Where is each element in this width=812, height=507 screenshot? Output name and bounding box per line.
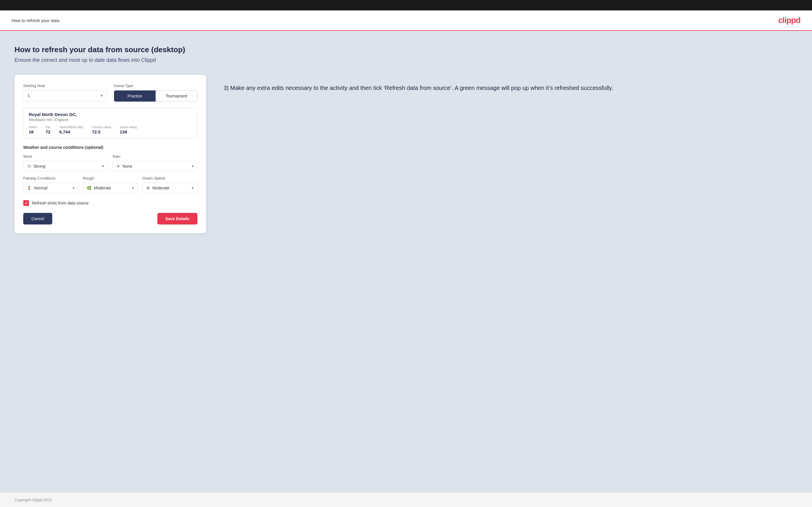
- wind-chevron-icon: ▼: [102, 164, 105, 168]
- holes-stat: Holes 18: [29, 125, 37, 134]
- par-stat: Par 72: [46, 125, 51, 134]
- fairway-dropdown[interactable]: 🏌 Normal ▼: [23, 183, 78, 193]
- rough-chevron-icon: ▼: [132, 186, 135, 190]
- header-title: How to refresh your data: [12, 18, 59, 23]
- game-type-toggle: Practice Tournament: [114, 90, 197, 102]
- refresh-checkbox-row: ✓ Refresh shots from data source: [23, 200, 197, 206]
- wind-label: Wind: [23, 154, 108, 159]
- holes-value: 18: [29, 129, 37, 134]
- rain-dropdown[interactable]: ☀ None ▼: [113, 161, 197, 171]
- course-location: Westward Ho!, England: [29, 117, 192, 122]
- yards-value: 6,744: [59, 129, 83, 134]
- form-actions: Cancel Save Details: [23, 213, 197, 225]
- starting-hole-select-wrapper[interactable]: 1 ▼: [23, 90, 107, 101]
- green-value: Moderate: [152, 186, 187, 190]
- conditions-bottom-row: Fairway Conditions 🏌 Normal ▼ Rough 🌿 Mo…: [23, 176, 197, 193]
- form-card: Starting Hole 1 ▼ Game Type Practice Tou…: [14, 75, 206, 233]
- page-heading: How to refresh your data from source (de…: [14, 45, 798, 54]
- game-type-group: Game Type Practice Tournament: [114, 83, 197, 102]
- rain-chevron-icon: ▼: [191, 164, 194, 168]
- holes-label: Holes: [29, 125, 37, 129]
- fairway-label: Fairway Conditions: [23, 176, 78, 180]
- content-layout: Starting Hole 1 ▼ Game Type Practice Tou…: [14, 75, 798, 233]
- fairway-value: Normal: [34, 186, 67, 190]
- rough-group: Rough 🌿 Moderate ▼: [83, 176, 138, 193]
- side-text: 3) Make any extra edits necessary to the…: [223, 75, 798, 92]
- top-bar: [0, 0, 812, 10]
- cancel-button[interactable]: Cancel: [23, 213, 52, 225]
- slope-rating-label: Slope rating: [120, 125, 137, 129]
- course-name: Royal North Devon GC,: [29, 112, 192, 117]
- yards-stat: Yards/White (M)) 6,744: [59, 125, 83, 134]
- course-info-box: Royal North Devon GC, Westward Ho!, Engl…: [23, 108, 197, 138]
- rain-value: None: [122, 164, 187, 169]
- slope-rating-value: 134: [120, 129, 137, 134]
- rough-icon: 🌿: [87, 186, 92, 190]
- refresh-label: Refresh shots from data source: [32, 201, 89, 205]
- logo: clippd: [778, 16, 800, 25]
- fairway-icon: 🏌: [27, 186, 32, 190]
- fairway-chevron-icon: ▼: [72, 186, 75, 190]
- course-stats: Holes 18 Par 72 Yards/White (M)) 6,744 C…: [29, 125, 192, 134]
- rain-label: Rain: [113, 154, 197, 159]
- conditions-title: Weather and course conditions (optional): [23, 145, 197, 150]
- wind-group: Wind 🌬 Strong ▼: [23, 154, 108, 171]
- game-type-label: Game Type: [114, 83, 197, 88]
- tournament-button[interactable]: Tournament: [156, 91, 197, 102]
- starting-hole-label: Starting Hole: [23, 83, 107, 88]
- main-content: How to refresh your data from source (de…: [0, 31, 812, 492]
- green-chevron-icon: ▼: [191, 186, 194, 190]
- side-text-content: 3) Make any extra edits necessary to the…: [223, 83, 798, 92]
- green-dropdown[interactable]: ⚙ Moderate ▼: [143, 183, 197, 193]
- slope-rating-stat: Slope rating 134: [120, 125, 137, 134]
- wind-icon: 🌬: [27, 164, 31, 169]
- footer: Copyright Clippd 2022: [0, 492, 812, 507]
- par-value: 72: [46, 129, 51, 134]
- fairway-group: Fairway Conditions 🏌 Normal ▼: [23, 176, 78, 193]
- form-top-row: Starting Hole 1 ▼ Game Type Practice Tou…: [23, 83, 197, 102]
- starting-hole-select[interactable]: 1: [23, 90, 107, 101]
- rough-dropdown[interactable]: 🌿 Moderate ▼: [83, 183, 138, 193]
- rain-group: Rain ☀ None ▼: [113, 154, 197, 171]
- green-icon: ⚙: [146, 186, 150, 190]
- course-rating-label: Course rating: [92, 125, 111, 129]
- yards-label: Yards/White (M)): [59, 125, 83, 129]
- page-subheading: Ensure the correct and most up to date d…: [14, 57, 798, 63]
- conditions-section: Weather and course conditions (optional)…: [23, 145, 197, 193]
- wind-value: Strong: [33, 164, 97, 169]
- green-group: Green Speed ⚙ Moderate ▼: [143, 176, 197, 193]
- refresh-checkbox[interactable]: ✓: [23, 200, 29, 206]
- course-rating-stat: Course rating 72.5: [92, 125, 111, 134]
- rough-value: Moderate: [94, 186, 127, 190]
- course-rating-value: 72.5: [92, 129, 111, 134]
- copyright-text: Copyright Clippd 2022: [14, 498, 52, 502]
- conditions-top-row: Wind 🌬 Strong ▼ Rain ☀ None ▼: [23, 154, 197, 171]
- save-details-button[interactable]: Save Details: [157, 213, 198, 225]
- checkmark-icon: ✓: [25, 201, 28, 205]
- rough-label: Rough: [83, 176, 138, 180]
- starting-hole-group: Starting Hole 1 ▼: [23, 83, 107, 102]
- practice-button[interactable]: Practice: [114, 91, 156, 102]
- par-label: Par: [46, 125, 51, 129]
- wind-dropdown[interactable]: 🌬 Strong ▼: [23, 161, 108, 171]
- rain-icon: ☀: [116, 164, 120, 169]
- green-label: Green Speed: [143, 176, 197, 180]
- header: How to refresh your data clippd: [0, 10, 812, 31]
